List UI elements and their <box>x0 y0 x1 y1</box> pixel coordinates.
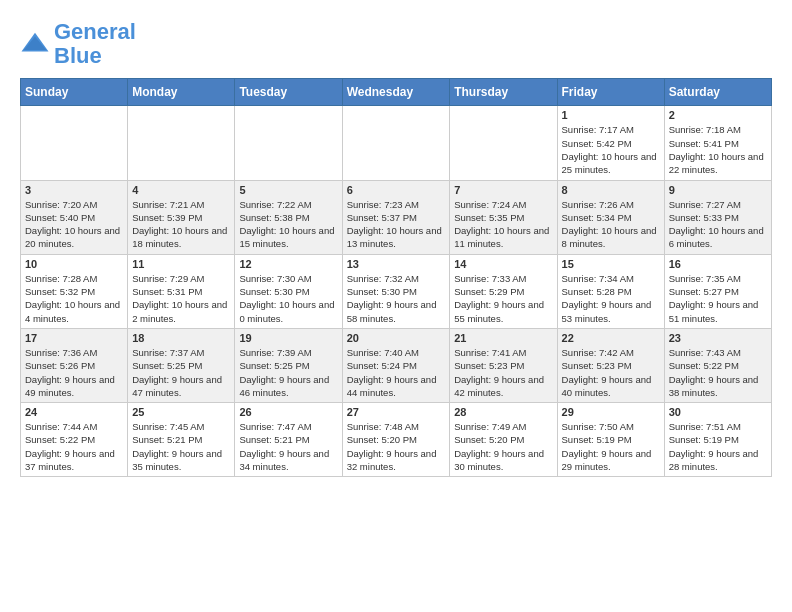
day-number: 6 <box>347 184 446 196</box>
calendar-week-row: 17Sunrise: 7:36 AM Sunset: 5:26 PM Dayli… <box>21 328 772 402</box>
day-number: 27 <box>347 406 446 418</box>
day-number: 18 <box>132 332 230 344</box>
day-number: 20 <box>347 332 446 344</box>
calendar-cell <box>21 106 128 180</box>
calendar-cell: 27Sunrise: 7:48 AM Sunset: 5:20 PM Dayli… <box>342 403 450 477</box>
calendar-cell: 15Sunrise: 7:34 AM Sunset: 5:28 PM Dayli… <box>557 254 664 328</box>
day-number: 3 <box>25 184 123 196</box>
calendar-cell: 10Sunrise: 7:28 AM Sunset: 5:32 PM Dayli… <box>21 254 128 328</box>
day-number: 15 <box>562 258 660 270</box>
day-content: Sunrise: 7:27 AM Sunset: 5:33 PM Dayligh… <box>669 198 767 251</box>
day-number: 26 <box>239 406 337 418</box>
calendar-cell <box>235 106 342 180</box>
day-number: 21 <box>454 332 552 344</box>
calendar-cell: 17Sunrise: 7:36 AM Sunset: 5:26 PM Dayli… <box>21 328 128 402</box>
calendar-cell: 29Sunrise: 7:50 AM Sunset: 5:19 PM Dayli… <box>557 403 664 477</box>
calendar-week-row: 10Sunrise: 7:28 AM Sunset: 5:32 PM Dayli… <box>21 254 772 328</box>
calendar-day-header: Friday <box>557 79 664 106</box>
day-content: Sunrise: 7:26 AM Sunset: 5:34 PM Dayligh… <box>562 198 660 251</box>
day-content: Sunrise: 7:42 AM Sunset: 5:23 PM Dayligh… <box>562 346 660 399</box>
calendar-cell: 3Sunrise: 7:20 AM Sunset: 5:40 PM Daylig… <box>21 180 128 254</box>
day-number: 25 <box>132 406 230 418</box>
day-number: 2 <box>669 109 767 121</box>
calendar-cell <box>342 106 450 180</box>
day-number: 30 <box>669 406 767 418</box>
calendar-cell: 23Sunrise: 7:43 AM Sunset: 5:22 PM Dayli… <box>664 328 771 402</box>
day-content: Sunrise: 7:37 AM Sunset: 5:25 PM Dayligh… <box>132 346 230 399</box>
day-content: Sunrise: 7:33 AM Sunset: 5:29 PM Dayligh… <box>454 272 552 325</box>
day-content: Sunrise: 7:28 AM Sunset: 5:32 PM Dayligh… <box>25 272 123 325</box>
day-number: 8 <box>562 184 660 196</box>
day-content: Sunrise: 7:20 AM Sunset: 5:40 PM Dayligh… <box>25 198 123 251</box>
day-number: 19 <box>239 332 337 344</box>
day-content: Sunrise: 7:17 AM Sunset: 5:42 PM Dayligh… <box>562 123 660 176</box>
calendar-cell: 4Sunrise: 7:21 AM Sunset: 5:39 PM Daylig… <box>128 180 235 254</box>
day-content: Sunrise: 7:36 AM Sunset: 5:26 PM Dayligh… <box>25 346 123 399</box>
day-number: 10 <box>25 258 123 270</box>
calendar-cell: 6Sunrise: 7:23 AM Sunset: 5:37 PM Daylig… <box>342 180 450 254</box>
day-number: 5 <box>239 184 337 196</box>
calendar-week-row: 24Sunrise: 7:44 AM Sunset: 5:22 PM Dayli… <box>21 403 772 477</box>
calendar-cell: 30Sunrise: 7:51 AM Sunset: 5:19 PM Dayli… <box>664 403 771 477</box>
day-number: 16 <box>669 258 767 270</box>
calendar-cell <box>450 106 557 180</box>
day-content: Sunrise: 7:34 AM Sunset: 5:28 PM Dayligh… <box>562 272 660 325</box>
day-content: Sunrise: 7:21 AM Sunset: 5:39 PM Dayligh… <box>132 198 230 251</box>
calendar-cell: 2Sunrise: 7:18 AM Sunset: 5:41 PM Daylig… <box>664 106 771 180</box>
calendar-day-header: Tuesday <box>235 79 342 106</box>
calendar-cell <box>128 106 235 180</box>
calendar-cell: 19Sunrise: 7:39 AM Sunset: 5:25 PM Dayli… <box>235 328 342 402</box>
day-content: Sunrise: 7:48 AM Sunset: 5:20 PM Dayligh… <box>347 420 446 473</box>
calendar-cell: 8Sunrise: 7:26 AM Sunset: 5:34 PM Daylig… <box>557 180 664 254</box>
day-number: 13 <box>347 258 446 270</box>
logo-icon <box>20 29 50 59</box>
day-content: Sunrise: 7:23 AM Sunset: 5:37 PM Dayligh… <box>347 198 446 251</box>
day-content: Sunrise: 7:43 AM Sunset: 5:22 PM Dayligh… <box>669 346 767 399</box>
day-content: Sunrise: 7:29 AM Sunset: 5:31 PM Dayligh… <box>132 272 230 325</box>
calendar-cell: 16Sunrise: 7:35 AM Sunset: 5:27 PM Dayli… <box>664 254 771 328</box>
calendar-day-header: Monday <box>128 79 235 106</box>
day-content: Sunrise: 7:45 AM Sunset: 5:21 PM Dayligh… <box>132 420 230 473</box>
calendar-week-row: 1Sunrise: 7:17 AM Sunset: 5:42 PM Daylig… <box>21 106 772 180</box>
day-number: 14 <box>454 258 552 270</box>
day-content: Sunrise: 7:40 AM Sunset: 5:24 PM Dayligh… <box>347 346 446 399</box>
calendar-table: SundayMondayTuesdayWednesdayThursdayFrid… <box>20 78 772 477</box>
day-number: 23 <box>669 332 767 344</box>
calendar-header-row: SundayMondayTuesdayWednesdayThursdayFrid… <box>21 79 772 106</box>
calendar-cell: 26Sunrise: 7:47 AM Sunset: 5:21 PM Dayli… <box>235 403 342 477</box>
calendar-cell: 24Sunrise: 7:44 AM Sunset: 5:22 PM Dayli… <box>21 403 128 477</box>
calendar-cell: 28Sunrise: 7:49 AM Sunset: 5:20 PM Dayli… <box>450 403 557 477</box>
day-number: 29 <box>562 406 660 418</box>
calendar-cell: 21Sunrise: 7:41 AM Sunset: 5:23 PM Dayli… <box>450 328 557 402</box>
calendar-cell: 18Sunrise: 7:37 AM Sunset: 5:25 PM Dayli… <box>128 328 235 402</box>
calendar-cell: 5Sunrise: 7:22 AM Sunset: 5:38 PM Daylig… <box>235 180 342 254</box>
calendar-cell: 25Sunrise: 7:45 AM Sunset: 5:21 PM Dayli… <box>128 403 235 477</box>
calendar-day-header: Wednesday <box>342 79 450 106</box>
day-number: 7 <box>454 184 552 196</box>
calendar-day-header: Saturday <box>664 79 771 106</box>
calendar-cell: 11Sunrise: 7:29 AM Sunset: 5:31 PM Dayli… <box>128 254 235 328</box>
day-number: 11 <box>132 258 230 270</box>
day-content: Sunrise: 7:35 AM Sunset: 5:27 PM Dayligh… <box>669 272 767 325</box>
day-number: 17 <box>25 332 123 344</box>
logo-text: General Blue <box>54 20 136 68</box>
calendar-cell: 1Sunrise: 7:17 AM Sunset: 5:42 PM Daylig… <box>557 106 664 180</box>
day-number: 24 <box>25 406 123 418</box>
svg-marker-1 <box>24 37 47 51</box>
calendar-cell: 12Sunrise: 7:30 AM Sunset: 5:30 PM Dayli… <box>235 254 342 328</box>
day-content: Sunrise: 7:50 AM Sunset: 5:19 PM Dayligh… <box>562 420 660 473</box>
calendar-cell: 22Sunrise: 7:42 AM Sunset: 5:23 PM Dayli… <box>557 328 664 402</box>
day-content: Sunrise: 7:41 AM Sunset: 5:23 PM Dayligh… <box>454 346 552 399</box>
day-content: Sunrise: 7:18 AM Sunset: 5:41 PM Dayligh… <box>669 123 767 176</box>
day-number: 22 <box>562 332 660 344</box>
day-number: 12 <box>239 258 337 270</box>
day-content: Sunrise: 7:39 AM Sunset: 5:25 PM Dayligh… <box>239 346 337 399</box>
calendar-day-header: Sunday <box>21 79 128 106</box>
day-number: 4 <box>132 184 230 196</box>
day-content: Sunrise: 7:32 AM Sunset: 5:30 PM Dayligh… <box>347 272 446 325</box>
day-content: Sunrise: 7:44 AM Sunset: 5:22 PM Dayligh… <box>25 420 123 473</box>
day-content: Sunrise: 7:22 AM Sunset: 5:38 PM Dayligh… <box>239 198 337 251</box>
day-number: 9 <box>669 184 767 196</box>
day-number: 1 <box>562 109 660 121</box>
day-content: Sunrise: 7:51 AM Sunset: 5:19 PM Dayligh… <box>669 420 767 473</box>
